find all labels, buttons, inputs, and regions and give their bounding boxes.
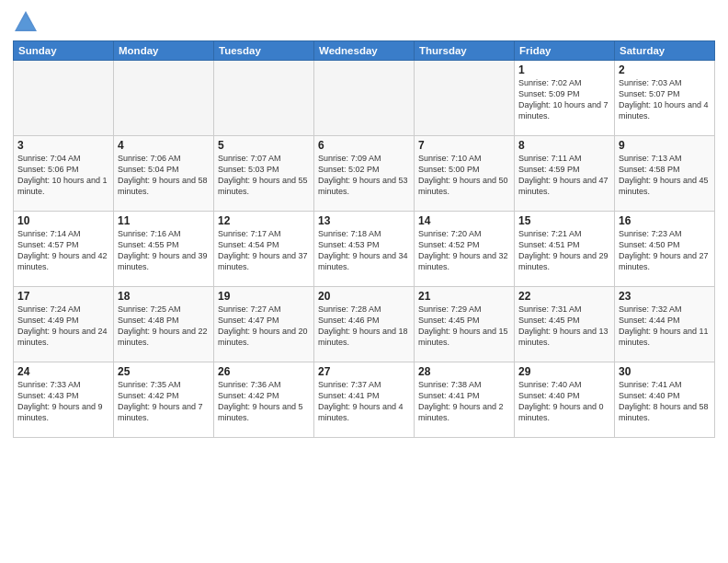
day-number: 9 [619, 139, 711, 152]
weekday-header-friday: Friday [515, 41, 615, 61]
day-number: 29 [518, 365, 610, 378]
week-row-4: 17Sunrise: 7:24 AM Sunset: 4:49 PM Dayli… [14, 287, 715, 362]
calendar-cell: 8Sunrise: 7:11 AM Sunset: 4:59 PM Daylig… [515, 136, 615, 212]
calendar-cell: 4Sunrise: 7:06 AM Sunset: 5:04 PM Daylig… [114, 136, 214, 212]
calendar-cell [214, 61, 314, 136]
calendar-table: SundayMondayTuesdayWednesdayThursdayFrid… [13, 40, 715, 438]
day-number: 19 [218, 290, 310, 303]
day-number: 7 [418, 139, 510, 152]
day-number: 18 [118, 290, 210, 303]
day-number: 13 [318, 214, 410, 227]
day-info: Sunrise: 7:28 AM Sunset: 4:46 PM Dayligh… [318, 304, 410, 349]
day-number: 12 [218, 214, 310, 227]
day-info: Sunrise: 7:23 AM Sunset: 4:50 PM Dayligh… [619, 228, 711, 273]
calendar-cell [314, 61, 415, 136]
day-number: 28 [418, 365, 510, 378]
calendar-cell: 23Sunrise: 7:32 AM Sunset: 4:44 PM Dayli… [615, 287, 715, 362]
calendar-cell: 9Sunrise: 7:13 AM Sunset: 4:58 PM Daylig… [615, 136, 715, 212]
calendar-cell: 15Sunrise: 7:21 AM Sunset: 4:51 PM Dayli… [515, 212, 615, 287]
calendar-cell: 6Sunrise: 7:09 AM Sunset: 5:02 PM Daylig… [314, 136, 415, 212]
calendar-cell: 27Sunrise: 7:37 AM Sunset: 4:41 PM Dayli… [314, 362, 415, 438]
header-row [13, 9, 715, 35]
logo [13, 9, 42, 35]
day-number: 27 [318, 365, 410, 378]
calendar-cell: 13Sunrise: 7:18 AM Sunset: 4:53 PM Dayli… [314, 212, 415, 287]
calendar-cell [14, 61, 114, 136]
day-info: Sunrise: 7:09 AM Sunset: 5:02 PM Dayligh… [318, 153, 410, 198]
calendar-cell: 18Sunrise: 7:25 AM Sunset: 4:48 PM Dayli… [114, 287, 214, 362]
page-container: SundayMondayTuesdayWednesdayThursdayFrid… [0, 0, 728, 443]
day-info: Sunrise: 7:18 AM Sunset: 4:53 PM Dayligh… [318, 228, 410, 273]
day-info: Sunrise: 7:27 AM Sunset: 4:47 PM Dayligh… [218, 304, 310, 349]
calendar-cell: 1Sunrise: 7:02 AM Sunset: 5:09 PM Daylig… [515, 61, 615, 136]
day-info: Sunrise: 7:02 AM Sunset: 5:09 PM Dayligh… [518, 77, 610, 122]
calendar-cell: 22Sunrise: 7:31 AM Sunset: 4:45 PM Dayli… [515, 287, 615, 362]
day-number: 22 [518, 290, 610, 303]
calendar-cell: 19Sunrise: 7:27 AM Sunset: 4:47 PM Dayli… [214, 287, 314, 362]
calendar-cell: 7Sunrise: 7:10 AM Sunset: 5:00 PM Daylig… [415, 136, 515, 212]
weekday-header-monday: Monday [114, 41, 214, 61]
weekday-header-saturday: Saturday [615, 41, 715, 61]
day-number: 14 [418, 214, 510, 227]
day-info: Sunrise: 7:25 AM Sunset: 4:48 PM Dayligh… [118, 304, 210, 349]
calendar-cell: 3Sunrise: 7:04 AM Sunset: 5:06 PM Daylig… [14, 136, 114, 212]
day-info: Sunrise: 7:31 AM Sunset: 4:45 PM Dayligh… [518, 304, 610, 349]
day-info: Sunrise: 7:32 AM Sunset: 4:44 PM Dayligh… [619, 304, 711, 349]
day-info: Sunrise: 7:36 AM Sunset: 4:42 PM Dayligh… [218, 379, 310, 424]
logo-icon [13, 9, 39, 35]
day-number: 3 [17, 139, 109, 152]
calendar-cell: 16Sunrise: 7:23 AM Sunset: 4:50 PM Dayli… [615, 212, 715, 287]
day-number: 10 [17, 214, 109, 227]
day-info: Sunrise: 7:38 AM Sunset: 4:41 PM Dayligh… [418, 379, 510, 424]
day-info: Sunrise: 7:13 AM Sunset: 4:58 PM Dayligh… [619, 153, 711, 198]
day-info: Sunrise: 7:35 AM Sunset: 4:42 PM Dayligh… [118, 379, 210, 424]
day-info: Sunrise: 7:16 AM Sunset: 4:55 PM Dayligh… [118, 228, 210, 273]
day-number: 23 [619, 290, 711, 303]
weekday-header-sunday: Sunday [14, 41, 114, 61]
day-info: Sunrise: 7:40 AM Sunset: 4:40 PM Dayligh… [518, 379, 610, 424]
calendar-cell [415, 61, 515, 136]
calendar-cell: 30Sunrise: 7:41 AM Sunset: 4:40 PM Dayli… [615, 362, 715, 438]
calendar-cell: 11Sunrise: 7:16 AM Sunset: 4:55 PM Dayli… [114, 212, 214, 287]
day-info: Sunrise: 7:10 AM Sunset: 5:00 PM Dayligh… [418, 153, 510, 198]
day-number: 8 [518, 139, 610, 152]
week-row-1: 1Sunrise: 7:02 AM Sunset: 5:09 PM Daylig… [14, 61, 715, 136]
day-info: Sunrise: 7:14 AM Sunset: 4:57 PM Dayligh… [17, 228, 109, 273]
day-info: Sunrise: 7:17 AM Sunset: 4:54 PM Dayligh… [218, 228, 310, 273]
day-info: Sunrise: 7:24 AM Sunset: 4:49 PM Dayligh… [17, 304, 109, 349]
day-number: 11 [118, 214, 210, 227]
day-info: Sunrise: 7:11 AM Sunset: 4:59 PM Dayligh… [518, 153, 610, 198]
day-info: Sunrise: 7:29 AM Sunset: 4:45 PM Dayligh… [418, 304, 510, 349]
day-number: 1 [518, 63, 610, 76]
day-number: 6 [318, 139, 410, 152]
calendar-cell: 17Sunrise: 7:24 AM Sunset: 4:49 PM Dayli… [14, 287, 114, 362]
day-number: 17 [17, 290, 109, 303]
weekday-header-tuesday: Tuesday [214, 41, 314, 61]
day-number: 5 [218, 139, 310, 152]
day-info: Sunrise: 7:06 AM Sunset: 5:04 PM Dayligh… [118, 153, 210, 198]
day-info: Sunrise: 7:37 AM Sunset: 4:41 PM Dayligh… [318, 379, 410, 424]
day-number: 20 [318, 290, 410, 303]
svg-marker-1 [17, 15, 35, 29]
calendar-cell: 5Sunrise: 7:07 AM Sunset: 5:03 PM Daylig… [214, 136, 314, 212]
day-number: 16 [619, 214, 711, 227]
day-number: 4 [118, 139, 210, 152]
calendar-cell [114, 61, 214, 136]
week-row-2: 3Sunrise: 7:04 AM Sunset: 5:06 PM Daylig… [14, 136, 715, 212]
weekday-header-thursday: Thursday [415, 41, 515, 61]
day-info: Sunrise: 7:07 AM Sunset: 5:03 PM Dayligh… [218, 153, 310, 198]
day-number: 30 [619, 365, 711, 378]
calendar-cell: 2Sunrise: 7:03 AM Sunset: 5:07 PM Daylig… [615, 61, 715, 136]
day-number: 24 [17, 365, 109, 378]
calendar-cell: 14Sunrise: 7:20 AM Sunset: 4:52 PM Dayli… [415, 212, 515, 287]
calendar-cell: 29Sunrise: 7:40 AM Sunset: 4:40 PM Dayli… [515, 362, 615, 438]
day-info: Sunrise: 7:41 AM Sunset: 4:40 PM Dayligh… [619, 379, 711, 424]
calendar-cell: 12Sunrise: 7:17 AM Sunset: 4:54 PM Dayli… [214, 212, 314, 287]
day-number: 26 [218, 365, 310, 378]
week-row-5: 24Sunrise: 7:33 AM Sunset: 4:43 PM Dayli… [14, 362, 715, 438]
weekday-header-wednesday: Wednesday [314, 41, 415, 61]
day-number: 25 [118, 365, 210, 378]
day-info: Sunrise: 7:33 AM Sunset: 4:43 PM Dayligh… [17, 379, 109, 424]
day-info: Sunrise: 7:04 AM Sunset: 5:06 PM Dayligh… [17, 153, 109, 198]
day-number: 2 [619, 63, 711, 76]
